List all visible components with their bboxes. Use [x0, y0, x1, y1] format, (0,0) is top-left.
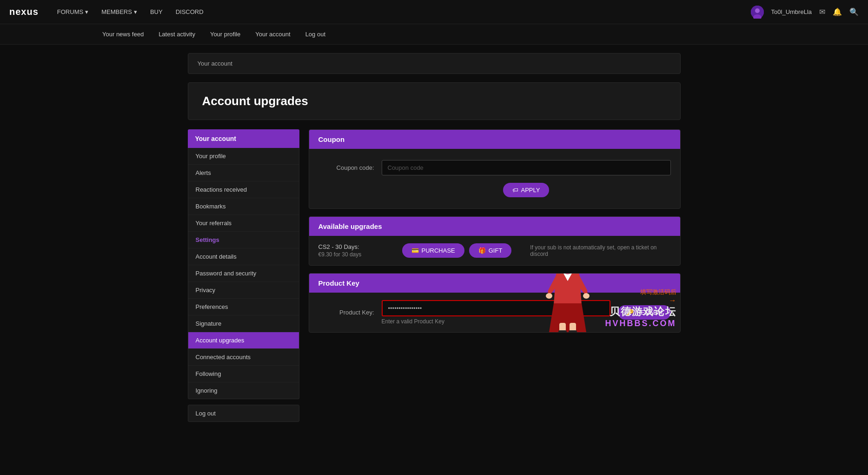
sidebar-item-account-details[interactable]: Account details: [188, 248, 299, 265]
sidebar-menu: Your profile Alerts Reactions received B…: [188, 148, 299, 399]
key-icon: 🔑: [626, 309, 634, 316]
product-key-label: Product Key:: [318, 309, 374, 316]
page-title-area: Account upgrades: [179, 82, 690, 120]
sidebar-item-your-profile[interactable]: Your profile: [188, 148, 299, 165]
coupon-section-body: Coupon code: 🏷 APPLY: [309, 149, 680, 208]
sec-nav-your-account[interactable]: Your account: [255, 31, 290, 38]
sidebar-item-following[interactable]: Following: [188, 366, 299, 382]
sec-nav-latest-activity[interactable]: Latest activity: [159, 31, 195, 38]
page-title-card: Account upgrades: [188, 82, 681, 120]
apply-button[interactable]: 🏷 APPLY: [503, 183, 550, 197]
username-label: To0l_UmbreLla: [771, 8, 812, 15]
sidebar-item-ignoring[interactable]: Ignoring: [188, 382, 299, 399]
sec-nav-your-profile[interactable]: Your profile: [210, 31, 240, 38]
search-icon[interactable]: 🔍: [849, 7, 859, 16]
credit-card-icon: 💳: [411, 247, 419, 254]
sidebar-item-signature[interactable]: Signature: [188, 315, 299, 332]
svg-point-1: [755, 8, 760, 13]
product-key-error: Enter a valid Product Key: [382, 318, 610, 325]
coupon-form-row: Coupon code:: [318, 160, 671, 175]
site-logo: nexus: [9, 7, 39, 17]
apply-button-row: 🏷 APPLY: [318, 183, 671, 197]
chevron-down-icon: ▾: [85, 8, 88, 15]
coupon-section-header: Coupon: [309, 130, 680, 149]
upgrade-note: If your sub is not automatically set, op…: [530, 244, 670, 257]
top-navigation: nexus FORUMS ▾ MEMBERS ▾ BUY DISCORD To0…: [0, 0, 868, 24]
nav-forums[interactable]: FORUMS ▾: [57, 8, 88, 15]
nav-right: To0l_UmbreLla ✉ 🔔 🔍: [751, 6, 859, 19]
sec-nav-log-out[interactable]: Log out: [305, 31, 325, 38]
redeem-button[interactable]: 🔑 REDEEM: [618, 305, 671, 320]
sidebar-item-account-upgrades[interactable]: Account upgrades: [188, 332, 299, 349]
sidebar-item-privacy[interactable]: Privacy: [188, 282, 299, 299]
content-area: Coupon Coupon code: 🏷 APPLY Available up…: [309, 129, 681, 340]
coupon-section: Coupon Coupon code: 🏷 APPLY: [309, 129, 681, 209]
bell-icon[interactable]: 🔔: [833, 7, 842, 16]
upgrade-name: CS2 - 30 Days: €9.30 for 30 days: [318, 243, 393, 258]
gift-button[interactable]: 🎁 GIFT: [469, 243, 512, 258]
sidebar-item-your-referrals[interactable]: Your referrals: [188, 215, 299, 232]
nav-discord[interactable]: DISCORD: [176, 8, 204, 15]
upgrades-section-header: Available upgrades: [309, 217, 680, 236]
secondary-navigation: Your news feed Latest activity Your prof…: [0, 24, 868, 45]
breadcrumb: Your account: [188, 53, 681, 74]
upgrade-actions: 💳 PURCHASE 🎁 GIFT: [402, 243, 512, 258]
page-title: Account upgrades: [202, 94, 666, 108]
avatar[interactable]: [751, 6, 764, 19]
gift-icon: 🎁: [478, 247, 486, 254]
sidebar-item-reactions-received[interactable]: Reactions received: [188, 181, 299, 198]
sidebar: Your account Your profile Alerts Reactio…: [188, 129, 299, 422]
breadcrumb-area: Your account: [179, 53, 690, 74]
sidebar-section-header: Your account: [188, 129, 299, 148]
product-key-input[interactable]: [382, 300, 610, 316]
sidebar-item-bookmarks[interactable]: Bookmarks: [188, 198, 299, 215]
nav-links: FORUMS ▾ MEMBERS ▾ BUY DISCORD: [57, 8, 751, 15]
tag-icon: 🏷: [512, 187, 518, 194]
available-upgrades-section: Available upgrades CS2 - 30 Days: €9.30 …: [309, 216, 681, 266]
sidebar-logout-section: Log out: [188, 405, 299, 422]
sidebar-item-alerts[interactable]: Alerts: [188, 165, 299, 181]
sidebar-logout-button[interactable]: Log out: [188, 405, 299, 421]
sidebar-item-connected-accounts[interactable]: Connected accounts: [188, 349, 299, 366]
sec-nav-news-feed[interactable]: Your news feed: [102, 31, 144, 38]
nav-buy[interactable]: BUY: [150, 8, 163, 15]
purchase-button[interactable]: 💳 PURCHASE: [402, 243, 464, 258]
upgrade-row: CS2 - 30 Days: €9.30 for 30 days 💳 PURCH…: [309, 236, 680, 265]
nav-members[interactable]: MEMBERS ▾: [101, 8, 137, 15]
product-key-header: Product Key: [309, 274, 680, 293]
message-icon[interactable]: ✉: [819, 7, 825, 16]
sidebar-item-password-security[interactable]: Password and security: [188, 265, 299, 282]
coupon-label: Coupon code:: [318, 164, 374, 171]
chevron-down-icon: ▾: [134, 8, 137, 15]
product-key-row: Product Key: Enter a valid Product Key 🔑…: [309, 293, 680, 332]
coupon-input[interactable]: [382, 160, 671, 175]
main-layout: Your account Your profile Alerts Reactio…: [179, 129, 690, 422]
sidebar-settings-label: Settings: [188, 232, 299, 248]
product-key-input-wrap: Enter a valid Product Key: [382, 300, 610, 325]
sidebar-item-preferences[interactable]: Preferences: [188, 299, 299, 315]
product-key-section: Product Key Product Key: Enter a valid P…: [309, 273, 681, 333]
